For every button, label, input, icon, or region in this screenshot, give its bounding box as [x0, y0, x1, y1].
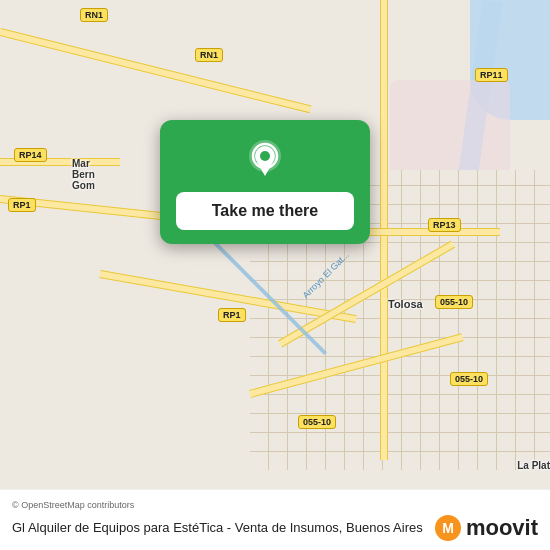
- label-rp13: RP13: [428, 218, 461, 232]
- place-label-marbernal: MarBernGom: [72, 158, 95, 191]
- label-055-right: 055-10: [435, 295, 473, 309]
- bottom-bar: © OpenStreetMap contributors Gl Alquiler…: [0, 489, 550, 550]
- map-attribution: © OpenStreetMap contributors: [12, 500, 538, 510]
- moovit-logo: M moovit: [434, 514, 538, 542]
- label-rp14: RP14: [14, 148, 47, 162]
- label-rp1-bottom: RP1: [218, 308, 246, 322]
- label-055-br: 055-10: [450, 372, 488, 386]
- svg-text:M: M: [442, 520, 454, 536]
- label-055-bottom: 055-10: [298, 415, 336, 429]
- location-pin-icon: [243, 138, 287, 182]
- action-card: Take me there: [160, 120, 370, 244]
- svg-point-2: [260, 151, 270, 161]
- label-rn1-top: RN1: [80, 8, 108, 22]
- label-rn1-mid: RN1: [195, 48, 223, 62]
- map-container: Arroyo El Gat... RN1 RN1 RP14 RP1 RP1 RP…: [0, 0, 550, 550]
- place-label-laplata: La Plat: [517, 460, 550, 471]
- rn1-road: [0, 28, 311, 113]
- business-name: Gl Alquiler de Equipos para EstéTica - V…: [12, 520, 424, 537]
- take-me-there-button[interactable]: Take me there: [176, 192, 354, 230]
- place-label-tolosa: Tolosa: [388, 298, 423, 310]
- label-rp1-left: RP1: [8, 198, 36, 212]
- moovit-icon: M: [434, 514, 462, 542]
- moovit-text: moovit: [466, 515, 538, 541]
- label-rp11: RP11: [475, 68, 508, 82]
- map-background: Arroyo El Gat... RN1 RN1 RP14 RP1 RP1 RP…: [0, 0, 550, 550]
